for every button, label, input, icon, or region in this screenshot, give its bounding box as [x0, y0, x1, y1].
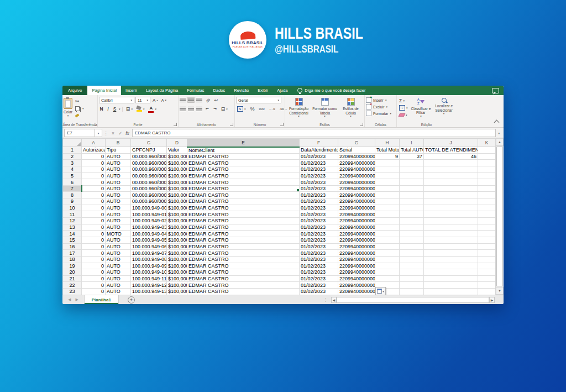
- tab-splitter-handle[interactable]: ⋮: [323, 297, 328, 302]
- row-header-11[interactable]: 11: [63, 211, 82, 218]
- cell-D1[interactable]: Valor: [167, 147, 187, 154]
- align-middle-button[interactable]: [188, 98, 194, 102]
- cell-K17[interactable]: [478, 250, 496, 257]
- cell-E14[interactable]: EDMAR CASTRO: [187, 231, 300, 237]
- column-header-k[interactable]: K: [478, 139, 496, 147]
- expand-formula-bar-icon[interactable]: ▾: [498, 132, 500, 135]
- sheet-nav-left-icon[interactable]: ◀: [68, 297, 71, 302]
- clear-button[interactable]: ▾: [398, 112, 409, 118]
- horizontal-scroll-thumb[interactable]: [337, 297, 489, 303]
- ribbon-tab-dados[interactable]: Dados: [209, 86, 230, 95]
- dialog-launcher-icon[interactable]: [93, 123, 96, 126]
- cell-J2[interactable]: 46: [424, 153, 478, 160]
- decrease-indent-button[interactable]: ⇤: [205, 106, 210, 112]
- cell-D23[interactable]: $100,000: [167, 289, 187, 295]
- cell-B16[interactable]: AUTO: [106, 243, 131, 250]
- cell-J1[interactable]: TOTAL DE ATENDIMENTOS: [424, 147, 478, 154]
- cell-E12[interactable]: EDMAR CASTRO: [187, 218, 300, 224]
- cell-K18[interactable]: [478, 256, 496, 263]
- cell-E17[interactable]: EDMAR CASTRO: [187, 250, 300, 257]
- font-color-button[interactable]: A ▾: [147, 106, 158, 112]
- cell-B14[interactable]: MOTO: [106, 231, 131, 237]
- cell-B8[interactable]: AUTO: [106, 192, 131, 198]
- dialog-launcher-icon[interactable]: [360, 123, 363, 126]
- cell-F22[interactable]: 01/02/2023: [300, 282, 338, 289]
- cell-K10[interactable]: [478, 205, 496, 211]
- cell-E16[interactable]: EDMAR CASTRO: [187, 243, 300, 250]
- cell-H1[interactable]: Total Moto: [375, 147, 400, 154]
- cell-J4[interactable]: [424, 166, 478, 173]
- cell-G22[interactable]: 220994000000001: [338, 282, 375, 289]
- cell-G11[interactable]: 220994000000001: [338, 211, 375, 218]
- cell-I11[interactable]: [400, 211, 424, 218]
- row-header-3[interactable]: 3: [63, 160, 82, 166]
- cell-C22[interactable]: 100.000.949-12: [131, 282, 167, 289]
- cell-H5[interactable]: [375, 173, 400, 179]
- cut-button[interactable]: ✂: [74, 98, 85, 104]
- cell-J21[interactable]: [424, 275, 478, 282]
- cell-A21[interactable]: 0: [82, 275, 106, 282]
- cell-D12[interactable]: $100,000: [167, 218, 187, 224]
- cell-H8[interactable]: [375, 192, 400, 198]
- number-format-combo[interactable]: Geral▾: [236, 97, 281, 103]
- cell-A6[interactable]: 0: [82, 179, 106, 186]
- vertical-scroll-thumb[interactable]: [496, 147, 503, 286]
- cell-I20[interactable]: [400, 269, 424, 276]
- scroll-left-icon[interactable]: ◀: [331, 297, 337, 303]
- cell-B19[interactable]: AUTO: [106, 263, 131, 269]
- cell-I8[interactable]: [400, 192, 424, 198]
- cell-E21[interactable]: EDMAR CASTRO: [187, 275, 300, 282]
- cell-I19[interactable]: [400, 263, 424, 269]
- increase-indent-button[interactable]: ⇥: [212, 106, 218, 112]
- cell-K15[interactable]: [478, 237, 496, 243]
- cell-D9[interactable]: $100,000: [167, 198, 187, 205]
- cell-D22[interactable]: $100,000: [167, 282, 187, 289]
- cell-H20[interactable]: [375, 269, 400, 276]
- cell-E11[interactable]: EDMAR CASTRO: [187, 211, 300, 218]
- cell-C15[interactable]: 100.000.949-05: [131, 237, 167, 243]
- cell-K5[interactable]: [478, 173, 496, 179]
- cell-A14[interactable]: 0: [82, 231, 106, 237]
- dialog-launcher-icon[interactable]: [174, 123, 177, 126]
- column-header-a[interactable]: A: [82, 139, 106, 147]
- select-all-corner[interactable]: [63, 139, 82, 147]
- cell-B15[interactable]: AUTO: [106, 237, 131, 243]
- scroll-right-icon[interactable]: ▶: [489, 297, 495, 303]
- cell-B23[interactable]: AUTO: [106, 289, 131, 295]
- cell-F10[interactable]: 01/02/2023: [300, 205, 338, 211]
- cell-E13[interactable]: EDMAR CASTRO: [187, 224, 300, 231]
- cell-D2[interactable]: $100,000: [167, 153, 187, 160]
- tell-me-box[interactable]: Diga-me o que você deseja fazer: [297, 86, 365, 95]
- cell-E7[interactable]: EDMAR CASTRO: [187, 185, 300, 192]
- cell-D3[interactable]: $100,000: [167, 160, 187, 166]
- cell-E10[interactable]: EDMAR CASTRO: [187, 205, 300, 211]
- cell-J17[interactable]: [424, 250, 478, 257]
- cancel-entry-icon[interactable]: ×: [109, 130, 117, 136]
- cell-C9[interactable]: 00.000.960/0001-31: [131, 198, 167, 205]
- cell-F2[interactable]: 01/02/2023: [300, 153, 338, 160]
- cell-A17[interactable]: 0: [82, 250, 106, 257]
- format-painter-button[interactable]: [74, 112, 85, 119]
- cell-E23[interactable]: EDMAR CASTRO: [187, 289, 300, 295]
- cell-A20[interactable]: 0: [82, 269, 106, 276]
- cell-E20[interactable]: EDMAR CASTRO: [187, 269, 300, 276]
- comments-icon[interactable]: [492, 88, 499, 93]
- cell-A23[interactable]: 0: [82, 289, 106, 295]
- cell-E15[interactable]: EDMAR CASTRO: [187, 237, 300, 243]
- conditional-formatting-button[interactable]: Formatação Condicional▾: [286, 97, 311, 121]
- cell-K20[interactable]: [478, 269, 496, 276]
- cell-I5[interactable]: [400, 173, 424, 179]
- formula-input[interactable]: EDMAR CASTRO: [132, 129, 496, 137]
- cell-D20[interactable]: $100,000: [167, 269, 187, 276]
- cell-A18[interactable]: 0: [82, 256, 106, 263]
- cell-G9[interactable]: 220994000000001: [338, 198, 375, 205]
- cell-I23[interactable]: [400, 289, 424, 295]
- ribbon-tab-exibir[interactable]: Exibir: [253, 86, 272, 95]
- cell-K12[interactable]: [478, 218, 496, 224]
- cell-J7[interactable]: [424, 185, 478, 192]
- cell-J23[interactable]: [424, 289, 478, 295]
- font-size-combo[interactable]: 11▾: [135, 97, 150, 103]
- cell-G15[interactable]: 220994000000001: [338, 237, 375, 243]
- row-header-8[interactable]: 8: [63, 192, 82, 198]
- row-header-16[interactable]: 16: [63, 243, 82, 250]
